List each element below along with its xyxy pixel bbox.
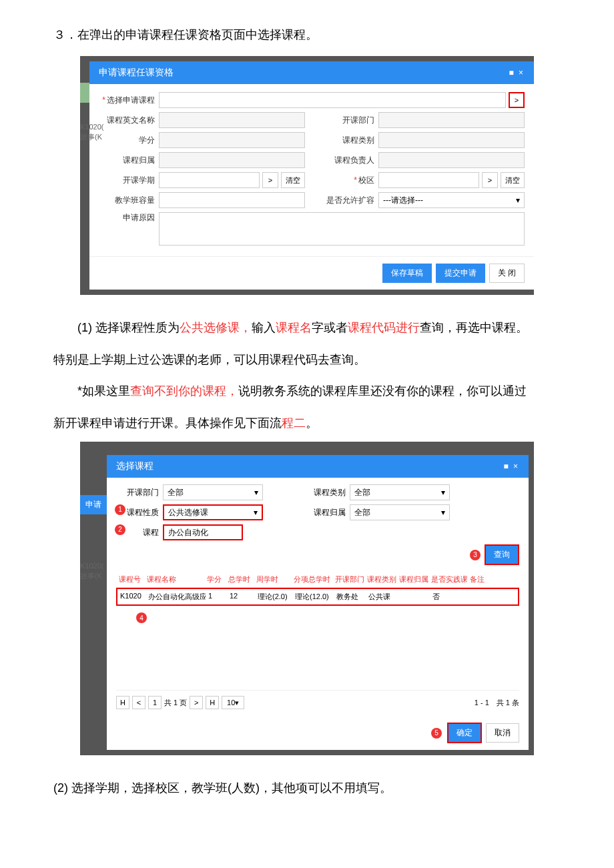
query-button[interactable]: 查询 (485, 544, 519, 565)
close-button[interactable]: 关 闭 (489, 264, 525, 283)
page-prev[interactable]: < (132, 696, 145, 709)
label-filter-dept: 开课部门 (116, 487, 163, 498)
screenshot-apply-qualification: K1020( 故事(K 申请课程任课资格 ■ × 选择申请课程 > 课程英文名称… (80, 56, 534, 295)
page-first[interactable]: H (116, 696, 129, 709)
input-credit[interactable] (159, 132, 305, 148)
label-filter-belong: 课程归属 (303, 507, 350, 518)
input-capacity[interactable] (159, 192, 305, 208)
cancel-button[interactable]: 取消 (486, 723, 519, 743)
pagination: H < 1 共 1 页 > H 10 ▾ 1 - 1 共 1 条 (116, 690, 519, 709)
select-filter-nature[interactable]: 公共选修课▾ (163, 504, 263, 520)
page-last[interactable]: H (206, 696, 219, 709)
label-credit: 学分 (99, 135, 159, 146)
paragraph-2: 特别是上学期上过公选课的老师，可以用课程代码去查询。 (53, 347, 561, 374)
side-tab: 申请 (80, 495, 107, 514)
modal-apply: 申请课程任课资格 ■ × 选择申请课程 > 课程英文名称 开课部门 学分 课程类… (89, 61, 534, 290)
page-current[interactable]: 1 (148, 696, 162, 709)
select-expand[interactable]: ---请选择---▾ (378, 192, 525, 208)
label-filter-course: 2课程 (116, 527, 163, 538)
paragraph-1: (1) 选择课程性质为公共选修课，输入课程名字或者课程代码进行查询，再选中课程。 (53, 315, 561, 342)
label-term: 开课学期 (99, 175, 159, 186)
input-owner[interactable] (378, 152, 525, 168)
badge-1: 1 (115, 504, 125, 515)
modal-header: 申请课程任课资格 ■ × (89, 61, 534, 84)
screenshot-select-course: 申请 K1020( 故事(K 选择课程 ■ × 开课部门 全部▾ 课程类别 全部… (80, 442, 534, 755)
window-controls-2[interactable]: ■ × (503, 462, 519, 471)
table-header-row: 课程号 课程名称 学分 总学时 周学时 分项总学时 开课部门 课程类别 课程归属… (116, 572, 519, 588)
input-category[interactable] (378, 132, 525, 148)
paragraph-3: *如果这里查询不到你的课程，说明教务系统的课程库里还没有你的课程，你可以通过 (53, 378, 561, 405)
label-en-name: 课程英文名称 (99, 115, 159, 126)
ok-button[interactable]: 确定 (447, 723, 482, 743)
input-en-name[interactable] (159, 112, 305, 128)
page-next[interactable]: > (190, 696, 203, 709)
modal-title: 申请课程任课资格 (99, 67, 174, 79)
badge-2: 2 (115, 524, 125, 535)
label-reason: 申请原因 (99, 212, 159, 246)
label-filter-category: 课程类别 (303, 487, 350, 498)
label-select-course: 选择申请课程 (99, 95, 159, 106)
modal2-header: 选择课程 ■ × (107, 455, 529, 478)
save-draft-button[interactable]: 保存草稿 (382, 264, 432, 283)
label-campus: 校区 (318, 175, 378, 186)
paragraph-5: (2) 选择学期，选择校区，教学班(人数)，其他项可以不用填写。 (53, 775, 561, 802)
select-filter-category[interactable]: 全部▾ (350, 484, 450, 500)
modal-select-course: 选择课程 ■ × 开课部门 全部▾ 课程类别 全部▾ 1课程性质 公共选修课▾ … (107, 455, 529, 750)
input-filter-course[interactable]: 办公自动化 (163, 524, 243, 540)
label-dept: 开课部门 (318, 115, 378, 126)
input-select-course[interactable] (159, 92, 506, 108)
input-campus[interactable] (378, 172, 479, 188)
table-row[interactable]: K1020 办公自动化高级应用 1 12 理论(2.0) 理论(12.0) 教务… (116, 588, 519, 606)
clear-campus-button[interactable]: 清空 (501, 172, 525, 188)
label-capacity: 教学班容量 (99, 195, 159, 206)
modal2-title: 选择课程 (116, 460, 154, 472)
input-belong[interactable] (159, 152, 305, 168)
badge-4: 4 (136, 612, 147, 623)
input-term[interactable] (159, 172, 260, 188)
browse-campus-button[interactable]: > (482, 172, 498, 188)
label-category: 课程类别 (318, 135, 378, 146)
badge-3: 3 (470, 550, 481, 560)
window-controls[interactable]: ■ × (509, 68, 525, 77)
select-filter-belong[interactable]: 全部▾ (350, 504, 450, 520)
result-table: 课程号 课程名称 学分 总学时 周学时 分项总学时 开课部门 课程类别 课程归属… (116, 572, 519, 623)
label-belong: 课程归属 (99, 155, 159, 166)
textarea-reason[interactable] (159, 212, 525, 246)
paragraph-4: 新开课程申请进行开课。具体操作见下面流程二。 (53, 410, 561, 437)
label-expand: 是否允许扩容 (318, 195, 378, 206)
clear-term-button[interactable]: 清空 (281, 172, 305, 188)
submit-button[interactable]: 提交申请 (436, 264, 485, 283)
page-size[interactable]: 10 ▾ (222, 696, 244, 709)
browse-term-button[interactable]: > (262, 172, 278, 188)
browse-course-button[interactable]: > (509, 92, 525, 108)
page-total: 共 1 页 (164, 698, 187, 708)
step-title: ３．在弹出的申请课程任课资格页面中选择课程。 (53, 27, 561, 43)
input-dept[interactable] (378, 112, 525, 128)
select-filter-dept[interactable]: 全部▾ (163, 484, 263, 500)
badge-5: 5 (431, 728, 442, 739)
page-info: 1 - 1 共 1 条 (475, 698, 519, 708)
label-owner: 课程负责人 (318, 155, 378, 166)
label-filter-nature: 1课程性质 (116, 507, 163, 518)
